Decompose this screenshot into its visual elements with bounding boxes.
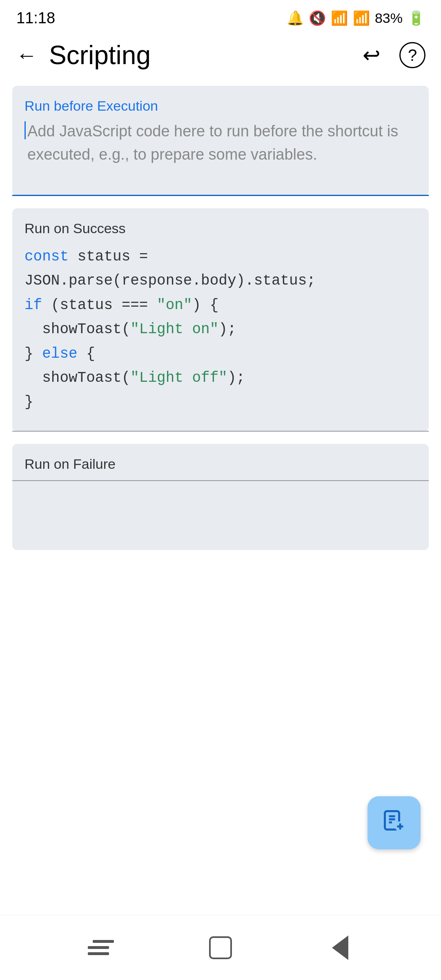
code-editor-success[interactable]: const status = JSON.parse(response.body)… <box>24 245 416 427</box>
help-button[interactable]: ? <box>396 39 429 71</box>
section-divider <box>12 431 429 432</box>
main-content: Run before Execution Add JavaScript code… <box>0 78 441 558</box>
home-icon <box>209 936 232 959</box>
undo-icon: ↩ <box>363 43 381 67</box>
home-button[interactable] <box>204 931 237 964</box>
code-line-1: const status = <box>24 245 416 269</box>
page-title: Scripting <box>49 40 355 70</box>
toolbar-actions: ↩ ? <box>355 39 429 71</box>
back-button[interactable]: ← <box>12 41 41 69</box>
run-before-execution-section[interactable]: Run before Execution Add JavaScript code… <box>12 86 429 196</box>
back-arrow-icon: ← <box>16 43 37 67</box>
run-on-failure-label: Run on Failure <box>24 456 416 472</box>
wifi-icon: 📶 <box>331 10 348 26</box>
battery-icon: 🔋 <box>408 10 425 26</box>
code-line-2: JSON.parse(response.body).status; <box>24 269 416 293</box>
recents-icon <box>88 940 114 955</box>
add-script-fab[interactable] <box>368 796 421 849</box>
status-icons: 🔔 🔇 📶 📶 83% 🔋 <box>287 10 425 26</box>
recents-button[interactable] <box>85 931 117 964</box>
status-time: 11:18 <box>16 9 55 27</box>
battery-indicator: 83% <box>375 10 403 26</box>
run-on-success-section[interactable]: Run on Success const status = JSON.parse… <box>12 208 429 432</box>
run-before-label: Run before Execution <box>24 98 416 114</box>
run-on-failure-section[interactable]: Run on Failure <box>12 444 429 550</box>
text-cursor <box>24 121 26 139</box>
code-editor-before[interactable]: Add JavaScript code here to run before t… <box>24 120 416 191</box>
mute-icon: 🔇 <box>309 10 326 26</box>
keyword-const: const <box>24 248 69 265</box>
nav-back-button[interactable] <box>324 931 356 964</box>
failure-divider <box>12 480 429 481</box>
add-script-icon <box>382 808 406 837</box>
code-line-7: } <box>24 390 416 414</box>
code-line-5: } else { <box>24 342 416 366</box>
back-chevron-icon <box>332 935 348 960</box>
help-circle-icon: ? <box>399 42 425 68</box>
signal-icon: 📶 <box>353 10 370 26</box>
status-bar: 11:18 🔔 🔇 📶 📶 83% 🔋 <box>0 0 441 33</box>
active-underline <box>12 195 429 196</box>
run-on-success-label: Run on Success <box>24 220 416 236</box>
alarm-icon: 🔔 <box>287 10 304 26</box>
nav-bar <box>0 915 441 980</box>
app-bar: ← Scripting ↩ ? <box>0 33 441 78</box>
code-line-6: showToast("Light off"); <box>24 366 416 390</box>
code-line-3: if (status === "on") { <box>24 293 416 317</box>
run-before-placeholder: Add JavaScript code here to run before t… <box>27 120 416 191</box>
code-line-4: showToast("Light on"); <box>24 317 416 341</box>
undo-button[interactable]: ↩ <box>355 39 388 71</box>
